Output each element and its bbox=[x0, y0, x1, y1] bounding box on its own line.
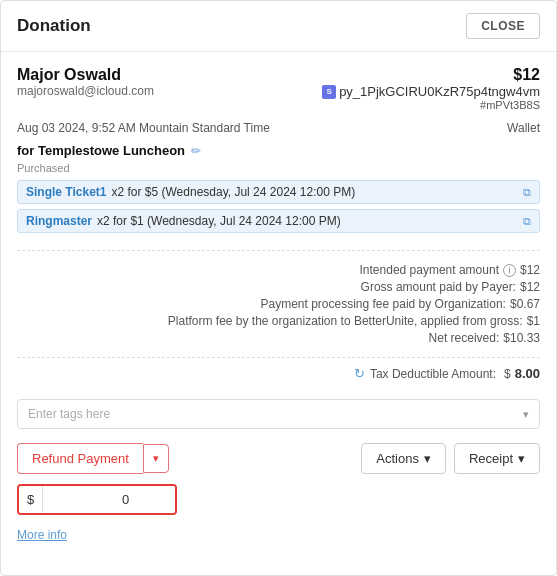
donation-amount: $12 bbox=[322, 66, 540, 84]
tax-row: ↻ Tax Deductible Amount: $ 8.00 bbox=[17, 357, 540, 389]
tax-amount: $ 8.00 bbox=[504, 366, 540, 381]
ticket-1-link-icon[interactable]: ⧉ bbox=[523, 186, 531, 199]
donor-name: Major Oswald bbox=[17, 66, 154, 84]
refresh-icon[interactable]: ↻ bbox=[354, 366, 365, 381]
ticket-2-name: Ringmaster bbox=[26, 214, 92, 228]
refund-group: Refund Payment ▾ bbox=[17, 443, 169, 474]
gross-value: $12 bbox=[520, 280, 540, 294]
tax-label: Tax Deductible Amount: bbox=[370, 367, 496, 381]
tags-section: Enter tags here ▾ bbox=[17, 399, 540, 429]
donor-info-row: Major Oswald majoroswald@icloud.com $12 … bbox=[17, 66, 540, 111]
stripe-icon: S bbox=[322, 85, 336, 99]
stripe-sub-id: #mPVt3B8S bbox=[322, 99, 540, 111]
intended-info-icon[interactable]: i bbox=[503, 264, 516, 277]
ticket-item-1[interactable]: Single Ticket1 x2 for $5 (Wednesday, Jul… bbox=[17, 180, 540, 204]
actions-row: Refund Payment ▾ Actions ▾ Receipt ▾ bbox=[17, 443, 540, 474]
net-row: Net received: $10.33 bbox=[17, 331, 540, 345]
donor-left: Major Oswald majoroswald@icloud.com bbox=[17, 66, 154, 98]
processing-row: Payment processing fee paid by Organizat… bbox=[17, 297, 540, 311]
amounts-section: Intended payment amount i $12 Gross amou… bbox=[17, 263, 540, 345]
processing-value: $0.67 bbox=[510, 297, 540, 311]
purchased-label: Purchased bbox=[17, 162, 540, 174]
actions-button[interactable]: Actions ▾ bbox=[361, 443, 446, 474]
refund-payment-button[interactable]: Refund Payment bbox=[17, 443, 143, 474]
tax-label-group: ↻ Tax Deductible Amount: bbox=[354, 366, 496, 381]
modal-body: Major Oswald majoroswald@icloud.com $12 … bbox=[1, 52, 556, 556]
refund-input-row: $ Refund bbox=[17, 484, 177, 515]
intended-row: Intended payment amount i $12 bbox=[17, 263, 540, 277]
actions-label: Actions bbox=[376, 451, 419, 466]
right-buttons: Actions ▾ Receipt ▾ bbox=[361, 443, 540, 474]
donor-email: majoroswald@icloud.com bbox=[17, 84, 154, 98]
more-info-link[interactable]: More info bbox=[17, 528, 67, 542]
chevron-down-icon: ▾ bbox=[523, 408, 529, 421]
edit-event-icon[interactable]: ✏ bbox=[191, 144, 201, 158]
stripe-id-text: py_1PjkGCIRU0KzR75p4tngw4vm bbox=[339, 84, 540, 99]
gross-row: Gross amount paid by Payer: $12 bbox=[17, 280, 540, 294]
meta-row: Aug 03 2024, 9:52 AM Mountain Standard T… bbox=[17, 121, 540, 135]
refund-currency: $ bbox=[19, 486, 43, 513]
divider-1 bbox=[17, 250, 540, 251]
net-label: Net received: bbox=[429, 331, 500, 345]
platform-value: $1 bbox=[527, 314, 540, 328]
modal-title: Donation bbox=[17, 16, 91, 36]
modal-header: Donation CLOSE bbox=[1, 1, 556, 52]
tags-placeholder: Enter tags here bbox=[28, 407, 110, 421]
processing-label: Payment processing fee paid by Organizat… bbox=[260, 297, 505, 311]
ticket-item-2[interactable]: Ringmaster x2 for $1 (Wednesday, Jul 24 … bbox=[17, 209, 540, 233]
receipt-label: Receipt bbox=[469, 451, 513, 466]
ticket-1-name: Single Ticket1 bbox=[26, 185, 106, 199]
tags-input[interactable]: Enter tags here ▾ bbox=[17, 399, 540, 429]
timestamp: Aug 03 2024, 9:52 AM Mountain Standard T… bbox=[17, 121, 270, 135]
platform-label: Platform fee by the organization to Bett… bbox=[168, 314, 523, 328]
gross-label: Gross amount paid by Payer: bbox=[361, 280, 516, 294]
refund-dropdown-button[interactable]: ▾ bbox=[143, 444, 169, 473]
refund-amount-input[interactable] bbox=[43, 486, 177, 513]
tax-dollar: $ bbox=[504, 367, 511, 381]
ticket-2-link-icon[interactable]: ⧉ bbox=[523, 215, 531, 228]
donor-right: $12 S py_1PjkGCIRU0KzR75p4tngw4vm #mPVt3… bbox=[322, 66, 540, 111]
tax-value: 8.00 bbox=[515, 366, 540, 381]
receipt-button[interactable]: Receipt ▾ bbox=[454, 443, 540, 474]
ticket-1-detail: x2 for $5 (Wednesday, Jul 24 2024 12:00 … bbox=[111, 185, 355, 199]
close-button[interactable]: CLOSE bbox=[466, 13, 540, 39]
receipt-chevron-icon: ▾ bbox=[518, 451, 525, 466]
intended-value: $12 bbox=[520, 263, 540, 277]
event-name: for Templestowe Luncheon bbox=[17, 143, 185, 158]
ticket-2-detail: x2 for $1 (Wednesday, Jul 24 2024 12:00 … bbox=[97, 214, 341, 228]
net-value: $10.33 bbox=[503, 331, 540, 345]
stripe-id-row: S py_1PjkGCIRU0KzR75p4tngw4vm bbox=[322, 84, 540, 99]
wallet-badge: Wallet bbox=[507, 121, 540, 135]
platform-row: Platform fee by the organization to Bett… bbox=[17, 314, 540, 328]
event-row: for Templestowe Luncheon ✏ bbox=[17, 143, 540, 158]
donation-modal: Donation CLOSE Major Oswald majoroswald@… bbox=[0, 0, 557, 576]
intended-label: Intended payment amount bbox=[360, 263, 499, 277]
actions-chevron-icon: ▾ bbox=[424, 451, 431, 466]
